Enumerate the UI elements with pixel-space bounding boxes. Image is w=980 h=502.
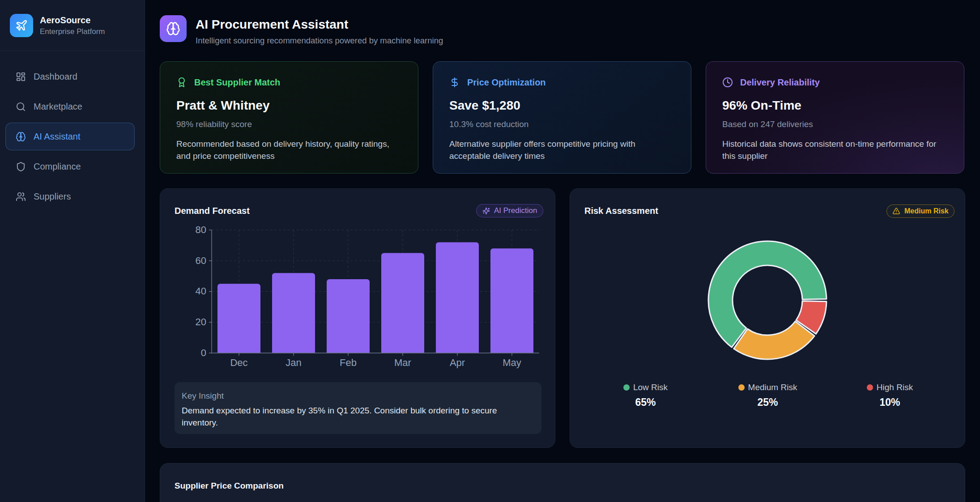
svg-text:Mar: Mar (394, 357, 411, 368)
svg-text:May: May (503, 357, 521, 368)
svg-text:Apr: Apr (450, 357, 465, 368)
svg-text:Jan: Jan (285, 357, 301, 368)
svg-text:40: 40 (196, 285, 206, 297)
svg-text:20: 20 (196, 316, 206, 328)
svg-text:80: 80 (196, 224, 206, 235)
svg-text:Feb: Feb (340, 357, 357, 368)
svg-text:0: 0 (201, 347, 206, 358)
svg-text:60: 60 (196, 255, 206, 266)
svg-text:Dec: Dec (230, 357, 247, 368)
